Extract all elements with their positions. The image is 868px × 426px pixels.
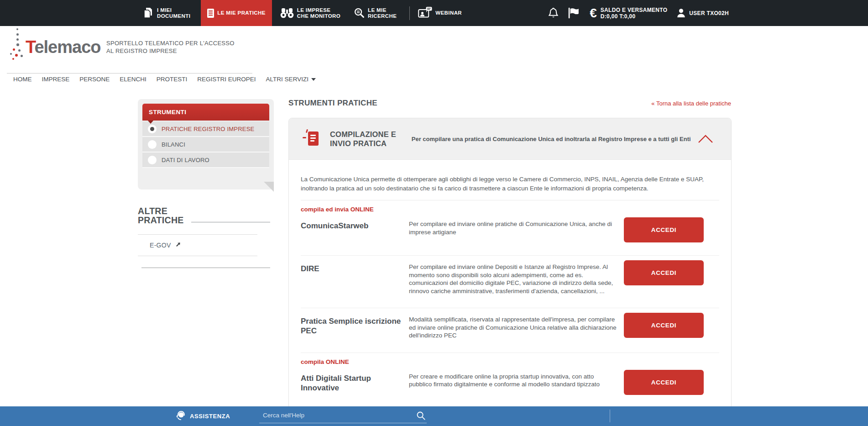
topbar-divider: [409, 6, 410, 20]
panel-corner-tail: [264, 182, 274, 194]
service-name: Pratica Semplice iscrizione PEC: [301, 313, 409, 336]
flag-icon[interactable]: [568, 7, 580, 19]
nav-item-altri-servizi[interactable]: ALTRI SERVIZI: [266, 76, 316, 83]
page-title: STRUMENTI PRATICHE: [288, 99, 377, 108]
topbar-item-label: LE MIERICERCHE: [368, 7, 397, 19]
card-body: La Comunicazione Unica permette di ottem…: [289, 175, 731, 408]
service-name: ComunicaStarweb: [301, 217, 409, 231]
topbar-item-le-mie-pratiche[interactable]: LE MIE PRATICHE: [201, 0, 272, 26]
egov-block: E-GOV: [138, 234, 257, 256]
card-intro-text: La Comunicazione Unica permette di ottem…: [301, 175, 719, 193]
saldo-e-versamento[interactable]: € SALDO E VERSAMENTOD:0,00 T:0,00: [590, 7, 667, 20]
card-title: COMPILAZIONE E INVIO PRATICA: [330, 130, 397, 148]
main-nav: HOME IMPRESE PERSONE ELENCHI PROTESTI RE…: [13, 76, 316, 83]
accedi-button-pratica-semplice[interactable]: ACCEDI: [624, 313, 704, 338]
page: I MIEIDOCUMENTI LE MIE PRATICHE LE IMPRE…: [0, 0, 868, 426]
accedi-button-dire[interactable]: ACCEDI: [624, 260, 704, 285]
logo-wordmark: Telemaco: [26, 37, 101, 57]
accedi-button-atti-digitali[interactable]: ACCEDI: [624, 370, 704, 395]
search-icon[interactable]: [416, 411, 426, 422]
euro-icon: €: [590, 7, 597, 20]
nav-item-imprese[interactable]: IMPRESE: [42, 76, 70, 83]
user-label: USER TXO02H: [689, 10, 729, 16]
radio-icon: [148, 156, 157, 164]
topbar-item-imprese-monitorate[interactable]: LE IMPRESECHE MONITORO: [280, 0, 340, 26]
topbar-item-label: I MIEIDOCUMENTI: [157, 7, 190, 19]
radio-option-dati-di-lavoro[interactable]: DATI DI LAVORO: [142, 153, 269, 168]
heading-rule: [191, 206, 270, 222]
topbar-item-webinar[interactable]: WEBINAR: [418, 0, 462, 26]
altre-pratiche-heading: ALTREPRATICHE: [138, 206, 270, 225]
saldo-label: SALDO E VERSAMENTOD:0,00 T:0,00: [601, 7, 668, 20]
topbar-item-miei-documenti[interactable]: I MIEIDOCUMENTI: [143, 0, 190, 26]
footer-divider: [610, 410, 610, 422]
service-row-comunicastarweb: ComunicaStarweb Per compilare ed inviare…: [301, 213, 719, 256]
topbar-item-le-mie-ricerche[interactable]: LE MIERICERCHE: [354, 0, 397, 26]
service-description: Per creare e modificare online la propri…: [409, 370, 617, 389]
nav-item-registri-europei[interactable]: REGISTRI EUROPEI: [197, 76, 256, 83]
nav-item-protesti[interactable]: PROTESTI: [157, 76, 188, 83]
topbar-item-label: LE IMPRESECHE MONITORO: [297, 7, 340, 19]
header-rule: [7, 73, 252, 74]
user-icon: [677, 8, 685, 18]
sidebar-bottom-rule: [141, 268, 270, 268]
service-name: DIRE: [301, 260, 409, 273]
service-description: Per compilare ed inviare online Depositi…: [409, 260, 617, 295]
accedi-button-comunicastarweb[interactable]: ACCEDI: [624, 217, 704, 242]
card-header[interactable]: COMPILAZIONE E INVIO PRATICA Per compila…: [289, 118, 731, 160]
assistenza-label: ASSISTENZA: [190, 413, 230, 420]
help-search: [259, 409, 427, 423]
assistenza-link[interactable]: ASSISTENZA: [176, 406, 230, 426]
site-tagline: SPORTELLO TELEMATICO PER L'ACCESSOAL REG…: [106, 39, 235, 55]
card-subtitle: Per compilare una pratica di Comunicazio…: [412, 135, 697, 143]
service-name: Atti Digitali Startup Innovative: [301, 370, 409, 393]
bell-icon[interactable]: [549, 7, 558, 19]
strumenti-panel: STRUMENTI PRATICHE REGISTRO IMPRESE BILA…: [138, 99, 274, 189]
topbar-item-label: WEBINAR: [435, 10, 462, 16]
section-heading-compila-ed-invia-online: compila ed invia ONLINE: [301, 206, 719, 213]
help-search-input[interactable]: [259, 409, 427, 423]
webinar-icon: [418, 7, 432, 19]
compilazione-card: COMPILAZIONE E INVIO PRATICA Per compila…: [288, 118, 732, 426]
nav-item-persone[interactable]: PERSONE: [79, 76, 110, 83]
strumenti-panel-title: STRUMENTI: [149, 109, 186, 116]
pratica-document-icon: [303, 129, 322, 148]
chevron-down-icon: [311, 78, 316, 81]
radio-icon: [148, 140, 157, 149]
back-to-list-link[interactable]: « Torna alla lista delle pratiche: [651, 100, 731, 107]
external-link-icon: [175, 241, 181, 249]
search-list-icon: [354, 8, 365, 18]
service-row-pratica-semplice: Pratica Semplice iscrizione PEC Modalità…: [301, 308, 719, 353]
egov-link[interactable]: E-GOV: [138, 235, 257, 256]
radio-icon: [148, 125, 157, 133]
assistance-footer: ASSISTENZA: [0, 406, 868, 426]
collapse-chevron-up-icon[interactable]: [697, 134, 714, 144]
headset-icon: [176, 410, 186, 422]
topbar-left-group: I MIEIDOCUMENTI LE MIE PRATICHE LE IMPRE…: [143, 0, 462, 26]
service-description: Modalità semplificata, riservata al rapp…: [409, 313, 617, 340]
panel-header-tail: [148, 121, 153, 124]
binoculars-icon: [280, 8, 294, 18]
section-heading-compila-online: compila ONLINE: [301, 358, 719, 365]
topbar: I MIEIDOCUMENTI LE MIE PRATICHE LE IMPRE…: [0, 0, 868, 26]
document-icon: [207, 9, 214, 18]
radio-option-pratiche-registro-imprese[interactable]: PRATICHE REGISTRO IMPRESE: [142, 121, 269, 137]
nav-item-home[interactable]: HOME: [13, 76, 32, 83]
radio-option-bilanci[interactable]: BILANCI: [142, 137, 269, 153]
telemaco-logo[interactable]: Telemaco: [9, 28, 105, 63]
service-description: Per compilare ed inviare online pratiche…: [409, 217, 617, 236]
divider: [301, 200, 719, 200]
user-menu[interactable]: USER TXO02H: [677, 8, 729, 18]
service-row-atti-digitali: Atti Digitali Startup Innovative Per cre…: [301, 365, 719, 408]
nav-item-elenchi[interactable]: ELENCHI: [120, 76, 146, 83]
service-row-dire: DIRE Per compilare ed inviare online Dep…: [301, 256, 719, 308]
documents-icon: [143, 8, 154, 18]
strumenti-panel-header: STRUMENTI: [142, 104, 269, 121]
topbar-item-label: LE MIE PRATICHE: [217, 10, 265, 16]
topbar-right-group: € SALDO E VERSAMENTOD:0,00 T:0,00 USER T…: [549, 0, 729, 26]
